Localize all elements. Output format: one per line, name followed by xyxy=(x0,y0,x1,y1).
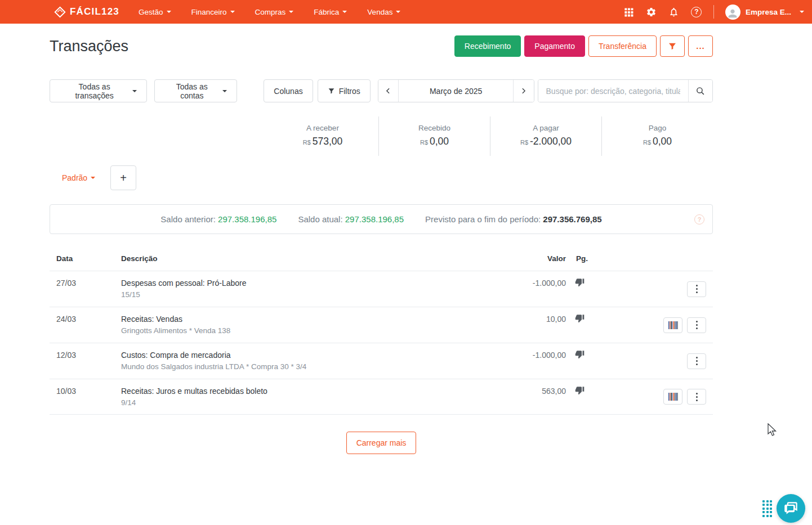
ellipsis-icon: ... xyxy=(696,43,705,49)
balance-panel: Saldo anterior: 297.358.196,85 Saldo atu… xyxy=(50,204,713,234)
gear-icon[interactable] xyxy=(646,6,657,17)
menu-fabrica[interactable]: Fábrica xyxy=(314,8,347,16)
period-label[interactable]: Março de 2025 xyxy=(398,80,513,102)
chevron-left-icon xyxy=(385,87,392,95)
main-menu: Gestão Financeiro Compras Fábrica Vendas xyxy=(139,8,400,16)
thumbs-down-icon[interactable] xyxy=(575,313,585,323)
period-summary: A receber R$573,00 Recebido R$0,00 A pag… xyxy=(267,116,713,156)
transaction-subtitle: 15/15 xyxy=(121,290,504,299)
table-row: 24/03 Receitas: Vendas Gringotts Aliment… xyxy=(50,307,713,343)
current-balance-label: Saldo atual: xyxy=(298,214,342,224)
barcode-icon xyxy=(668,393,678,401)
row-menu-button[interactable] xyxy=(687,353,706,369)
chevron-down-icon xyxy=(342,11,347,13)
forecast-balance-value: 297.356.769,85 xyxy=(543,214,601,224)
account-menu[interactable]: Empresa E... xyxy=(725,5,804,20)
table-row: 27/03 Despesas com pessoal: Pró-Labore 1… xyxy=(50,271,713,307)
transaction-title[interactable]: Despesas com pessoal: Pró-Labore xyxy=(121,276,504,288)
avatar xyxy=(725,5,740,20)
chevron-down-icon xyxy=(396,11,400,13)
search-input[interactable] xyxy=(538,80,688,102)
search-button[interactable] xyxy=(688,80,712,102)
previous-balance-value: 297.358.196,85 xyxy=(218,214,276,224)
bell-icon[interactable] xyxy=(668,6,680,17)
summary-a-pagar: A pagar R$-2.000,00 xyxy=(490,116,601,156)
table-header: Data Descrição Valor Pg. xyxy=(50,251,713,271)
transaction-title[interactable]: Custos: Compra de mercadoria xyxy=(121,348,504,360)
transaction-value: -1.000,00 xyxy=(504,348,566,360)
chevron-down-icon xyxy=(800,11,804,13)
transaction-subtitle: 9/14 xyxy=(121,398,504,407)
search-bar xyxy=(538,79,713,102)
page-title: Transações xyxy=(50,38,128,55)
column-header-descricao: Descrição xyxy=(121,254,504,263)
brand-logo[interactable]: FÁCIL123 xyxy=(54,6,119,18)
chevron-down-icon xyxy=(230,11,235,13)
chat-widget xyxy=(762,494,805,523)
transactions-type-dropdown[interactable]: Todas as transações xyxy=(50,79,147,102)
columns-button[interactable]: Colunas xyxy=(264,79,313,102)
thumbs-down-icon[interactable] xyxy=(575,277,585,287)
boleto-barcode-button[interactable] xyxy=(663,317,682,333)
menu-compras[interactable]: Compras xyxy=(255,8,294,16)
table-row: 12/03 Custos: Compra de mercadoria Mundo… xyxy=(50,343,713,379)
next-month-button[interactable] xyxy=(514,80,534,102)
previous-month-button[interactable] xyxy=(378,80,399,102)
recebimento-button[interactable]: Recebimento xyxy=(454,35,521,57)
column-header-valor: Valor xyxy=(504,254,566,263)
chat-bubble-button[interactable] xyxy=(777,494,805,523)
chat-icon xyxy=(783,501,798,516)
boleto-barcode-button[interactable] xyxy=(663,389,682,405)
transaction-date: 24/03 xyxy=(50,312,121,324)
transaction-value: -1.000,00 xyxy=(504,276,566,288)
transactions-table: Data Descrição Valor Pg. 27/03 Despesas … xyxy=(50,251,713,415)
menu-vendas[interactable]: Vendas xyxy=(367,8,400,16)
current-balance-value: 297.358.196,85 xyxy=(345,214,404,224)
top-navbar: FÁCIL123 Gestão Financeiro Compras Fábri… xyxy=(0,0,812,24)
chevron-down-icon xyxy=(91,177,95,179)
barcode-icon xyxy=(668,321,678,329)
chevron-down-icon xyxy=(132,90,137,92)
pagamento-button[interactable]: Pagamento xyxy=(524,35,585,57)
transaction-value: 10,00 xyxy=(504,312,566,324)
menu-gestao[interactable]: Gestão xyxy=(139,8,171,16)
chevron-down-icon xyxy=(167,11,171,13)
widget-drag-handle-icon[interactable] xyxy=(762,500,772,517)
forecast-balance-label: Previsto para o fim do período: xyxy=(425,214,541,224)
column-header-pg: Pg. xyxy=(566,254,590,263)
table-row: 10/03 Receitas: Juros e multas recebidas… xyxy=(50,379,713,415)
more-actions-button[interactable]: ... xyxy=(688,35,713,57)
apps-grid-icon[interactable] xyxy=(623,6,635,17)
row-menu-button[interactable] xyxy=(687,317,706,333)
row-menu-button[interactable] xyxy=(687,281,706,297)
filters-button[interactable]: Filtros xyxy=(318,79,371,102)
funnel-icon xyxy=(328,87,335,95)
summary-a-receber: A receber R$573,00 xyxy=(267,116,378,156)
tab-padrao[interactable]: Padrão xyxy=(62,173,95,182)
chevron-right-icon xyxy=(520,87,527,95)
add-view-button[interactable]: + xyxy=(110,165,136,190)
transferencia-button[interactable]: Transferência xyxy=(588,35,657,57)
chevron-down-icon xyxy=(289,11,293,13)
brand-name: FÁCIL123 xyxy=(70,6,119,17)
column-header-data: Data xyxy=(50,254,121,263)
transaction-title[interactable]: Receitas: Vendas xyxy=(121,312,504,324)
row-menu-button[interactable] xyxy=(687,389,706,405)
accounts-dropdown[interactable]: Todas as contas xyxy=(154,79,237,102)
balance-help-icon[interactable]: ? xyxy=(694,214,704,225)
filter-funnel-button[interactable] xyxy=(660,35,685,57)
divider xyxy=(713,5,714,19)
chevron-down-icon xyxy=(222,90,227,92)
summary-pago: Pago R$0,00 xyxy=(601,116,713,156)
transaction-subtitle: Gringotts Alimentos * Venda 138 xyxy=(121,326,504,335)
help-icon[interactable]: ? xyxy=(691,6,702,17)
transaction-title[interactable]: Receitas: Juros e multas recebidas bolet… xyxy=(121,384,504,396)
transaction-date: 12/03 xyxy=(50,348,121,360)
summary-recebido: Recebido R$0,00 xyxy=(378,116,490,156)
menu-financeiro[interactable]: Financeiro xyxy=(191,8,235,16)
thumbs-down-icon[interactable] xyxy=(575,349,585,359)
thumbs-down-icon[interactable] xyxy=(575,385,585,395)
load-more-button[interactable]: Carregar mais xyxy=(346,432,417,454)
search-icon xyxy=(695,86,705,96)
account-name: Empresa E... xyxy=(746,8,791,16)
